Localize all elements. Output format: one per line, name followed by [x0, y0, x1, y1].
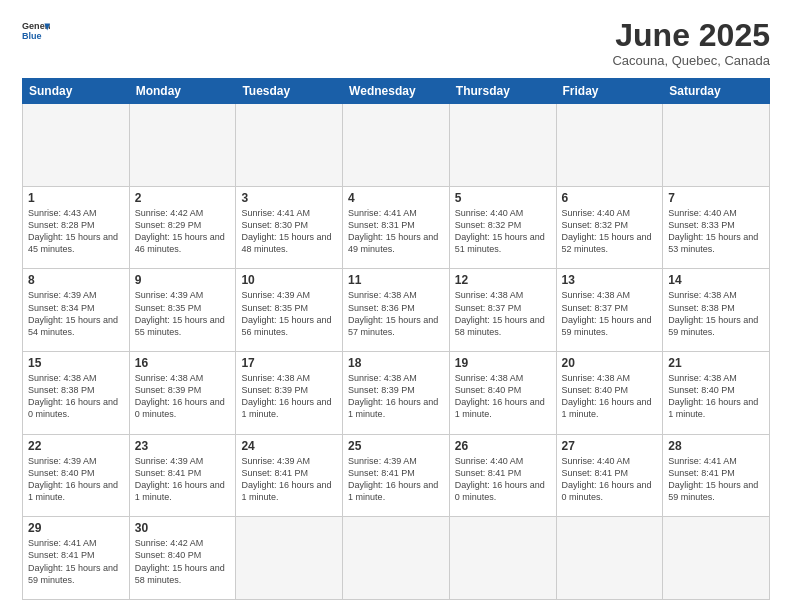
cell-day-number: 29	[28, 521, 124, 535]
svg-text:Blue: Blue	[22, 31, 42, 41]
cell-day-number: 2	[135, 191, 231, 205]
day-header-saturday: Saturday	[663, 79, 770, 104]
cell-info: Sunrise: 4:39 AMSunset: 8:34 PMDaylight:…	[28, 289, 124, 338]
calendar-cell: 6Sunrise: 4:40 AMSunset: 8:32 PMDaylight…	[556, 186, 663, 269]
week-row-1: 1Sunrise: 4:43 AMSunset: 8:28 PMDaylight…	[23, 186, 770, 269]
cell-day-number: 9	[135, 273, 231, 287]
cell-day-number: 12	[455, 273, 551, 287]
day-header-wednesday: Wednesday	[343, 79, 450, 104]
header: General Blue June 2025 Cacouna, Quebec, …	[22, 18, 770, 68]
calendar-cell: 11Sunrise: 4:38 AMSunset: 8:36 PMDayligh…	[343, 269, 450, 352]
cell-day-number: 3	[241, 191, 337, 205]
calendar-cell: 25Sunrise: 4:39 AMSunset: 8:41 PMDayligh…	[343, 434, 450, 517]
day-header-sunday: Sunday	[23, 79, 130, 104]
calendar-cell: 13Sunrise: 4:38 AMSunset: 8:37 PMDayligh…	[556, 269, 663, 352]
cell-info: Sunrise: 4:43 AMSunset: 8:28 PMDaylight:…	[28, 207, 124, 256]
calendar-title: June 2025	[612, 18, 770, 53]
calendar-cell: 1Sunrise: 4:43 AMSunset: 8:28 PMDaylight…	[23, 186, 130, 269]
logo-icon: General Blue	[22, 18, 50, 46]
day-header-thursday: Thursday	[449, 79, 556, 104]
cell-day-number: 5	[455, 191, 551, 205]
calendar-cell	[449, 104, 556, 187]
cell-day-number: 13	[562, 273, 658, 287]
cell-info: Sunrise: 4:40 AMSunset: 8:32 PMDaylight:…	[455, 207, 551, 256]
calendar-cell: 15Sunrise: 4:38 AMSunset: 8:38 PMDayligh…	[23, 352, 130, 435]
cell-day-number: 15	[28, 356, 124, 370]
cell-day-number: 16	[135, 356, 231, 370]
cell-info: Sunrise: 4:42 AMSunset: 8:29 PMDaylight:…	[135, 207, 231, 256]
cell-day-number: 20	[562, 356, 658, 370]
cell-day-number: 17	[241, 356, 337, 370]
calendar-cell: 30Sunrise: 4:42 AMSunset: 8:40 PMDayligh…	[129, 517, 236, 600]
cell-day-number: 4	[348, 191, 444, 205]
title-block: June 2025 Cacouna, Quebec, Canada	[612, 18, 770, 68]
calendar-cell: 22Sunrise: 4:39 AMSunset: 8:40 PMDayligh…	[23, 434, 130, 517]
calendar-cell	[343, 104, 450, 187]
cell-info: Sunrise: 4:41 AMSunset: 8:41 PMDaylight:…	[28, 537, 124, 586]
cell-info: Sunrise: 4:41 AMSunset: 8:31 PMDaylight:…	[348, 207, 444, 256]
cell-info: Sunrise: 4:39 AMSunset: 8:35 PMDaylight:…	[135, 289, 231, 338]
cell-day-number: 24	[241, 439, 337, 453]
calendar-cell: 3Sunrise: 4:41 AMSunset: 8:30 PMDaylight…	[236, 186, 343, 269]
cell-info: Sunrise: 4:38 AMSunset: 8:40 PMDaylight:…	[668, 372, 764, 421]
calendar-cell: 16Sunrise: 4:38 AMSunset: 8:39 PMDayligh…	[129, 352, 236, 435]
calendar-subtitle: Cacouna, Quebec, Canada	[612, 53, 770, 68]
cell-info: Sunrise: 4:40 AMSunset: 8:33 PMDaylight:…	[668, 207, 764, 256]
cell-info: Sunrise: 4:39 AMSunset: 8:40 PMDaylight:…	[28, 455, 124, 504]
cell-day-number: 27	[562, 439, 658, 453]
cell-info: Sunrise: 4:39 AMSunset: 8:41 PMDaylight:…	[241, 455, 337, 504]
week-row-4: 22Sunrise: 4:39 AMSunset: 8:40 PMDayligh…	[23, 434, 770, 517]
cell-info: Sunrise: 4:40 AMSunset: 8:41 PMDaylight:…	[562, 455, 658, 504]
calendar-cell	[23, 104, 130, 187]
calendar-cell: 4Sunrise: 4:41 AMSunset: 8:31 PMDaylight…	[343, 186, 450, 269]
calendar-page: General Blue June 2025 Cacouna, Quebec, …	[0, 0, 792, 612]
calendar-cell: 21Sunrise: 4:38 AMSunset: 8:40 PMDayligh…	[663, 352, 770, 435]
cell-info: Sunrise: 4:38 AMSunset: 8:40 PMDaylight:…	[562, 372, 658, 421]
calendar-cell: 28Sunrise: 4:41 AMSunset: 8:41 PMDayligh…	[663, 434, 770, 517]
cell-day-number: 1	[28, 191, 124, 205]
day-header-tuesday: Tuesday	[236, 79, 343, 104]
cell-day-number: 8	[28, 273, 124, 287]
calendar-cell: 2Sunrise: 4:42 AMSunset: 8:29 PMDaylight…	[129, 186, 236, 269]
cell-info: Sunrise: 4:39 AMSunset: 8:41 PMDaylight:…	[135, 455, 231, 504]
cell-day-number: 10	[241, 273, 337, 287]
cell-info: Sunrise: 4:38 AMSunset: 8:39 PMDaylight:…	[241, 372, 337, 421]
cell-day-number: 25	[348, 439, 444, 453]
calendar-cell: 14Sunrise: 4:38 AMSunset: 8:38 PMDayligh…	[663, 269, 770, 352]
calendar-cell: 10Sunrise: 4:39 AMSunset: 8:35 PMDayligh…	[236, 269, 343, 352]
cell-day-number: 21	[668, 356, 764, 370]
calendar-cell: 24Sunrise: 4:39 AMSunset: 8:41 PMDayligh…	[236, 434, 343, 517]
calendar-cell: 9Sunrise: 4:39 AMSunset: 8:35 PMDaylight…	[129, 269, 236, 352]
week-row-3: 15Sunrise: 4:38 AMSunset: 8:38 PMDayligh…	[23, 352, 770, 435]
logo: General Blue	[22, 18, 50, 46]
calendar-cell: 18Sunrise: 4:38 AMSunset: 8:39 PMDayligh…	[343, 352, 450, 435]
cell-info: Sunrise: 4:40 AMSunset: 8:41 PMDaylight:…	[455, 455, 551, 504]
cell-info: Sunrise: 4:39 AMSunset: 8:35 PMDaylight:…	[241, 289, 337, 338]
cell-info: Sunrise: 4:38 AMSunset: 8:38 PMDaylight:…	[28, 372, 124, 421]
calendar-cell	[236, 517, 343, 600]
cell-day-number: 18	[348, 356, 444, 370]
calendar-cell: 8Sunrise: 4:39 AMSunset: 8:34 PMDaylight…	[23, 269, 130, 352]
cell-day-number: 11	[348, 273, 444, 287]
cell-info: Sunrise: 4:38 AMSunset: 8:39 PMDaylight:…	[348, 372, 444, 421]
cell-day-number: 30	[135, 521, 231, 535]
cell-info: Sunrise: 4:38 AMSunset: 8:40 PMDaylight:…	[455, 372, 551, 421]
day-header-friday: Friday	[556, 79, 663, 104]
calendar-cell	[129, 104, 236, 187]
calendar-cell: 17Sunrise: 4:38 AMSunset: 8:39 PMDayligh…	[236, 352, 343, 435]
cell-info: Sunrise: 4:39 AMSunset: 8:41 PMDaylight:…	[348, 455, 444, 504]
week-row-5: 29Sunrise: 4:41 AMSunset: 8:41 PMDayligh…	[23, 517, 770, 600]
calendar-cell: 27Sunrise: 4:40 AMSunset: 8:41 PMDayligh…	[556, 434, 663, 517]
cell-day-number: 7	[668, 191, 764, 205]
calendar-cell	[556, 104, 663, 187]
calendar-cell: 7Sunrise: 4:40 AMSunset: 8:33 PMDaylight…	[663, 186, 770, 269]
cell-day-number: 22	[28, 439, 124, 453]
calendar-cell: 26Sunrise: 4:40 AMSunset: 8:41 PMDayligh…	[449, 434, 556, 517]
cell-day-number: 6	[562, 191, 658, 205]
cell-info: Sunrise: 4:42 AMSunset: 8:40 PMDaylight:…	[135, 537, 231, 586]
calendar-cell: 23Sunrise: 4:39 AMSunset: 8:41 PMDayligh…	[129, 434, 236, 517]
cell-info: Sunrise: 4:41 AMSunset: 8:30 PMDaylight:…	[241, 207, 337, 256]
cell-info: Sunrise: 4:41 AMSunset: 8:41 PMDaylight:…	[668, 455, 764, 504]
calendar-cell	[556, 517, 663, 600]
calendar-cell	[236, 104, 343, 187]
